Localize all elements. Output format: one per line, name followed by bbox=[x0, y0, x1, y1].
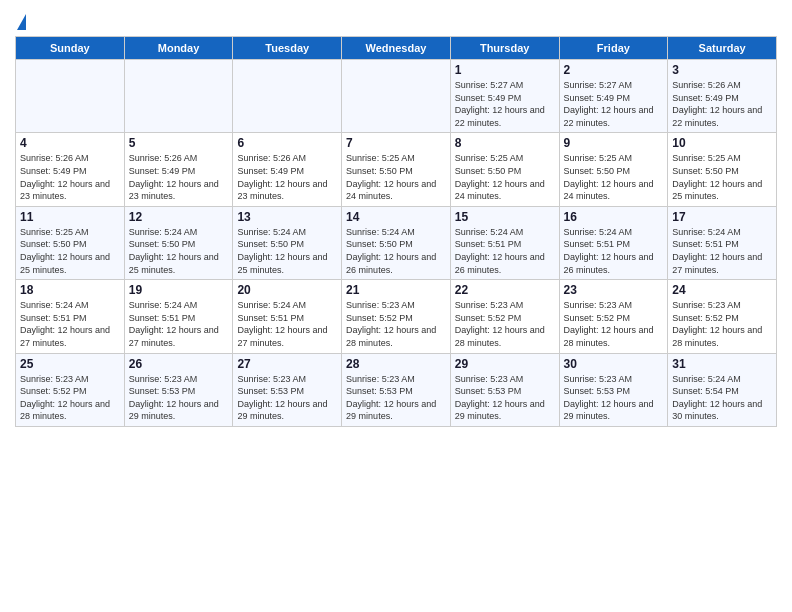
calendar-week-row: 11Sunrise: 5:25 AM Sunset: 5:50 PM Dayli… bbox=[16, 206, 777, 279]
day-number: 6 bbox=[237, 136, 337, 150]
day-number: 19 bbox=[129, 283, 229, 297]
day-number: 16 bbox=[564, 210, 664, 224]
day-number: 2 bbox=[564, 63, 664, 77]
day-number: 27 bbox=[237, 357, 337, 371]
day-number: 5 bbox=[129, 136, 229, 150]
day-number: 21 bbox=[346, 283, 446, 297]
day-number: 15 bbox=[455, 210, 555, 224]
calendar-cell: 22Sunrise: 5:23 AM Sunset: 5:52 PM Dayli… bbox=[450, 280, 559, 353]
day-info: Sunrise: 5:23 AM Sunset: 5:52 PM Dayligh… bbox=[672, 299, 772, 349]
day-info: Sunrise: 5:24 AM Sunset: 5:50 PM Dayligh… bbox=[129, 226, 229, 276]
day-info: Sunrise: 5:27 AM Sunset: 5:49 PM Dayligh… bbox=[455, 79, 555, 129]
calendar-cell: 3Sunrise: 5:26 AM Sunset: 5:49 PM Daylig… bbox=[668, 60, 777, 133]
calendar-cell: 29Sunrise: 5:23 AM Sunset: 5:53 PM Dayli… bbox=[450, 353, 559, 426]
day-info: Sunrise: 5:24 AM Sunset: 5:51 PM Dayligh… bbox=[129, 299, 229, 349]
calendar-cell: 16Sunrise: 5:24 AM Sunset: 5:51 PM Dayli… bbox=[559, 206, 668, 279]
calendar-cell: 26Sunrise: 5:23 AM Sunset: 5:53 PM Dayli… bbox=[124, 353, 233, 426]
calendar-cell: 24Sunrise: 5:23 AM Sunset: 5:52 PM Dayli… bbox=[668, 280, 777, 353]
calendar-cell bbox=[124, 60, 233, 133]
day-number: 24 bbox=[672, 283, 772, 297]
day-info: Sunrise: 5:24 AM Sunset: 5:51 PM Dayligh… bbox=[564, 226, 664, 276]
calendar: SundayMondayTuesdayWednesdayThursdayFrid… bbox=[15, 36, 777, 427]
day-number: 1 bbox=[455, 63, 555, 77]
calendar-cell: 30Sunrise: 5:23 AM Sunset: 5:53 PM Dayli… bbox=[559, 353, 668, 426]
day-number: 25 bbox=[20, 357, 120, 371]
day-number: 17 bbox=[672, 210, 772, 224]
day-info: Sunrise: 5:23 AM Sunset: 5:52 PM Dayligh… bbox=[20, 373, 120, 423]
day-info: Sunrise: 5:24 AM Sunset: 5:54 PM Dayligh… bbox=[672, 373, 772, 423]
calendar-cell: 14Sunrise: 5:24 AM Sunset: 5:50 PM Dayli… bbox=[342, 206, 451, 279]
calendar-cell: 31Sunrise: 5:24 AM Sunset: 5:54 PM Dayli… bbox=[668, 353, 777, 426]
day-info: Sunrise: 5:23 AM Sunset: 5:52 PM Dayligh… bbox=[455, 299, 555, 349]
day-number: 11 bbox=[20, 210, 120, 224]
calendar-cell: 12Sunrise: 5:24 AM Sunset: 5:50 PM Dayli… bbox=[124, 206, 233, 279]
calendar-header-friday: Friday bbox=[559, 37, 668, 60]
day-info: Sunrise: 5:25 AM Sunset: 5:50 PM Dayligh… bbox=[564, 152, 664, 202]
calendar-cell: 7Sunrise: 5:25 AM Sunset: 5:50 PM Daylig… bbox=[342, 133, 451, 206]
calendar-header-row: SundayMondayTuesdayWednesdayThursdayFrid… bbox=[16, 37, 777, 60]
calendar-cell: 15Sunrise: 5:24 AM Sunset: 5:51 PM Dayli… bbox=[450, 206, 559, 279]
calendar-cell: 27Sunrise: 5:23 AM Sunset: 5:53 PM Dayli… bbox=[233, 353, 342, 426]
calendar-cell: 9Sunrise: 5:25 AM Sunset: 5:50 PM Daylig… bbox=[559, 133, 668, 206]
day-info: Sunrise: 5:24 AM Sunset: 5:51 PM Dayligh… bbox=[455, 226, 555, 276]
calendar-cell bbox=[342, 60, 451, 133]
calendar-cell bbox=[233, 60, 342, 133]
day-number: 29 bbox=[455, 357, 555, 371]
day-number: 9 bbox=[564, 136, 664, 150]
calendar-cell: 21Sunrise: 5:23 AM Sunset: 5:52 PM Dayli… bbox=[342, 280, 451, 353]
calendar-cell: 5Sunrise: 5:26 AM Sunset: 5:49 PM Daylig… bbox=[124, 133, 233, 206]
day-number: 12 bbox=[129, 210, 229, 224]
day-info: Sunrise: 5:23 AM Sunset: 5:53 PM Dayligh… bbox=[346, 373, 446, 423]
day-info: Sunrise: 5:23 AM Sunset: 5:52 PM Dayligh… bbox=[346, 299, 446, 349]
calendar-cell: 6Sunrise: 5:26 AM Sunset: 5:49 PM Daylig… bbox=[233, 133, 342, 206]
day-number: 22 bbox=[455, 283, 555, 297]
day-number: 18 bbox=[20, 283, 120, 297]
day-info: Sunrise: 5:24 AM Sunset: 5:51 PM Dayligh… bbox=[672, 226, 772, 276]
logo bbox=[15, 14, 26, 30]
header bbox=[15, 10, 777, 30]
day-info: Sunrise: 5:25 AM Sunset: 5:50 PM Dayligh… bbox=[20, 226, 120, 276]
calendar-cell bbox=[16, 60, 125, 133]
day-info: Sunrise: 5:23 AM Sunset: 5:53 PM Dayligh… bbox=[564, 373, 664, 423]
day-info: Sunrise: 5:25 AM Sunset: 5:50 PM Dayligh… bbox=[672, 152, 772, 202]
day-number: 30 bbox=[564, 357, 664, 371]
day-number: 20 bbox=[237, 283, 337, 297]
day-info: Sunrise: 5:24 AM Sunset: 5:50 PM Dayligh… bbox=[346, 226, 446, 276]
calendar-header-sunday: Sunday bbox=[16, 37, 125, 60]
calendar-cell: 28Sunrise: 5:23 AM Sunset: 5:53 PM Dayli… bbox=[342, 353, 451, 426]
calendar-cell: 23Sunrise: 5:23 AM Sunset: 5:52 PM Dayli… bbox=[559, 280, 668, 353]
calendar-cell: 8Sunrise: 5:25 AM Sunset: 5:50 PM Daylig… bbox=[450, 133, 559, 206]
day-number: 7 bbox=[346, 136, 446, 150]
calendar-week-row: 1Sunrise: 5:27 AM Sunset: 5:49 PM Daylig… bbox=[16, 60, 777, 133]
calendar-header-saturday: Saturday bbox=[668, 37, 777, 60]
day-info: Sunrise: 5:25 AM Sunset: 5:50 PM Dayligh… bbox=[346, 152, 446, 202]
day-info: Sunrise: 5:26 AM Sunset: 5:49 PM Dayligh… bbox=[20, 152, 120, 202]
calendar-cell: 11Sunrise: 5:25 AM Sunset: 5:50 PM Dayli… bbox=[16, 206, 125, 279]
calendar-cell: 17Sunrise: 5:24 AM Sunset: 5:51 PM Dayli… bbox=[668, 206, 777, 279]
logo-triangle-icon bbox=[17, 14, 26, 30]
calendar-cell: 25Sunrise: 5:23 AM Sunset: 5:52 PM Dayli… bbox=[16, 353, 125, 426]
calendar-cell: 1Sunrise: 5:27 AM Sunset: 5:49 PM Daylig… bbox=[450, 60, 559, 133]
calendar-cell: 18Sunrise: 5:24 AM Sunset: 5:51 PM Dayli… bbox=[16, 280, 125, 353]
day-info: Sunrise: 5:26 AM Sunset: 5:49 PM Dayligh… bbox=[237, 152, 337, 202]
day-info: Sunrise: 5:24 AM Sunset: 5:50 PM Dayligh… bbox=[237, 226, 337, 276]
day-number: 4 bbox=[20, 136, 120, 150]
day-number: 28 bbox=[346, 357, 446, 371]
calendar-header-monday: Monday bbox=[124, 37, 233, 60]
calendar-header-wednesday: Wednesday bbox=[342, 37, 451, 60]
day-info: Sunrise: 5:27 AM Sunset: 5:49 PM Dayligh… bbox=[564, 79, 664, 129]
calendar-cell: 13Sunrise: 5:24 AM Sunset: 5:50 PM Dayli… bbox=[233, 206, 342, 279]
day-number: 14 bbox=[346, 210, 446, 224]
day-info: Sunrise: 5:24 AM Sunset: 5:51 PM Dayligh… bbox=[237, 299, 337, 349]
calendar-week-row: 18Sunrise: 5:24 AM Sunset: 5:51 PM Dayli… bbox=[16, 280, 777, 353]
calendar-body: 1Sunrise: 5:27 AM Sunset: 5:49 PM Daylig… bbox=[16, 60, 777, 427]
day-number: 31 bbox=[672, 357, 772, 371]
day-info: Sunrise: 5:25 AM Sunset: 5:50 PM Dayligh… bbox=[455, 152, 555, 202]
day-number: 10 bbox=[672, 136, 772, 150]
day-number: 23 bbox=[564, 283, 664, 297]
calendar-cell: 4Sunrise: 5:26 AM Sunset: 5:49 PM Daylig… bbox=[16, 133, 125, 206]
calendar-cell: 10Sunrise: 5:25 AM Sunset: 5:50 PM Dayli… bbox=[668, 133, 777, 206]
calendar-cell: 20Sunrise: 5:24 AM Sunset: 5:51 PM Dayli… bbox=[233, 280, 342, 353]
calendar-header-thursday: Thursday bbox=[450, 37, 559, 60]
day-info: Sunrise: 5:23 AM Sunset: 5:53 PM Dayligh… bbox=[129, 373, 229, 423]
